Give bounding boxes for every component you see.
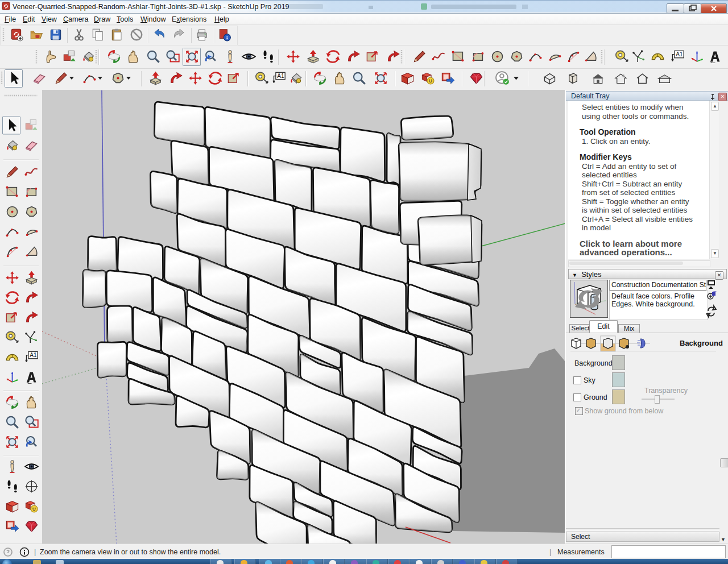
svg-text:A1: A1: [30, 352, 37, 358]
svg-text:A1: A1: [277, 73, 284, 79]
svg-text:A1: A1: [676, 51, 683, 57]
